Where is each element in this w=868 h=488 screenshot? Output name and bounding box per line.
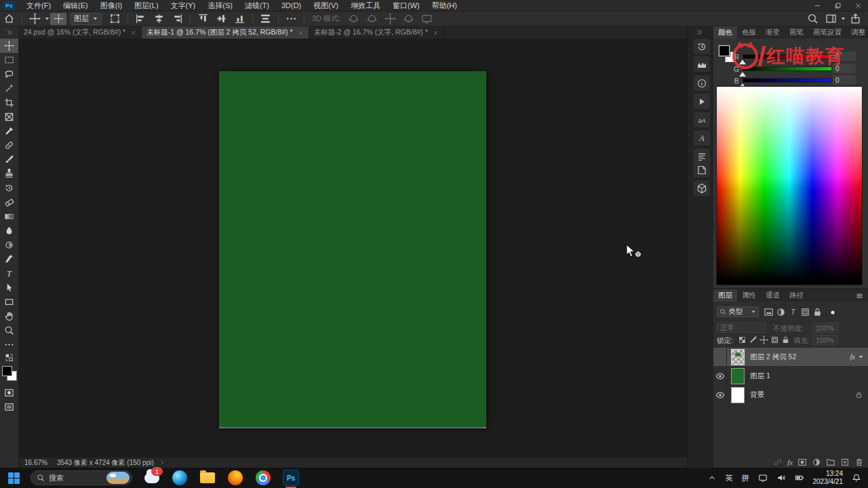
- align-center-h-icon[interactable]: [153, 13, 165, 24]
- red-value-field[interactable]: 0: [833, 52, 856, 61]
- blur-tool[interactable]: [0, 224, 18, 238]
- workspace-icon[interactable]: [825, 13, 837, 24]
- menu-help[interactable]: 帮助(H): [426, 1, 463, 11]
- visibility-toggle[interactable]: [713, 386, 727, 404]
- layer-row-selected[interactable]: 图层 2 拷贝 52 fx: [713, 348, 868, 366]
- hand-tool[interactable]: [0, 309, 18, 323]
- 3d-orbit-icon[interactable]: [348, 13, 359, 24]
- close-button[interactable]: [848, 0, 868, 12]
- tab-paths[interactable]: 路径: [785, 289, 808, 302]
- 3d-roll-icon[interactable]: [366, 13, 378, 24]
- delete-layer-icon[interactable]: [854, 458, 864, 467]
- quick-mask-button[interactable]: [0, 386, 18, 400]
- marquee-tool[interactable]: [0, 53, 18, 67]
- panel-info-button[interactable]: [694, 75, 710, 91]
- object-selection-tool[interactable]: [0, 81, 18, 96]
- visibility-toggle[interactable]: [713, 367, 727, 385]
- panel-3d-button[interactable]: [694, 180, 710, 196]
- brush-tool[interactable]: [0, 152, 18, 167]
- layer-name[interactable]: 图层 1: [750, 371, 770, 381]
- chevron-down-icon[interactable]: [44, 16, 50, 22]
- tab-swatches[interactable]: 色板: [737, 26, 761, 39]
- start-button[interactable]: [8, 472, 20, 484]
- edit-toolbar-button[interactable]: [0, 338, 18, 352]
- chevron-down-icon[interactable]: [840, 16, 846, 22]
- document-tab[interactable]: 24.psd @ 16% (文字, RGB/8#) *: [19, 26, 142, 39]
- filter-adjustment-layers-icon[interactable]: [776, 307, 786, 317]
- taskbar-chrome[interactable]: [255, 470, 271, 486]
- move-tool[interactable]: [0, 39, 18, 53]
- show-transform-controls-icon[interactable]: [109, 13, 121, 24]
- green-slider-thumb[interactable]: [739, 72, 746, 77]
- close-tab-icon[interactable]: [298, 30, 304, 36]
- layer-thumbnail[interactable]: [731, 387, 745, 403]
- panel-menu-icon[interactable]: [855, 291, 864, 300]
- healing-brush-tool[interactable]: [0, 138, 18, 152]
- document-tab-active[interactable]: 未标题-1 @ 16.7% (图层 2 拷贝 52, RGB/8#) *: [142, 26, 309, 39]
- lock-all-icon[interactable]: [781, 336, 790, 344]
- layer-style-icon[interactable]: fx: [787, 458, 793, 466]
- filter-pixel-layers-icon[interactable]: [764, 307, 774, 317]
- adjustment-layer-icon[interactable]: [812, 458, 821, 467]
- new-group-icon[interactable]: [826, 458, 835, 467]
- home-icon[interactable]: [3, 13, 15, 24]
- visibility-toggle[interactable]: [713, 348, 727, 366]
- history-brush-tool[interactable]: [0, 181, 18, 195]
- auto-select-target-dropdown[interactable]: 图层: [71, 13, 102, 25]
- menu-window[interactable]: 窗口(W): [387, 1, 426, 11]
- eraser-tool[interactable]: [0, 195, 18, 209]
- zoom-level[interactable]: 16.67%: [24, 459, 47, 466]
- menu-type[interactable]: 文字(Y): [165, 1, 202, 11]
- menu-file[interactable]: 文件(F): [20, 1, 57, 11]
- search-highlight-image[interactable]: [106, 472, 130, 484]
- type-tool[interactable]: T: [0, 266, 18, 281]
- panel-history-button[interactable]: [694, 39, 710, 54]
- align-middle-icon[interactable]: [216, 13, 227, 24]
- taskbar-firefox[interactable]: [227, 470, 243, 486]
- close-tab-icon[interactable]: [130, 30, 136, 36]
- align-top-icon[interactable]: [197, 13, 209, 24]
- red-slider-thumb[interactable]: [739, 60, 746, 64]
- clone-stamp-tool[interactable]: [0, 167, 18, 181]
- blend-mode-dropdown[interactable]: 正常: [717, 323, 766, 333]
- panel-libraries-button[interactable]: [694, 162, 710, 178]
- menu-layer[interactable]: 图层(L): [128, 1, 164, 11]
- taskbar-photoshop-active[interactable]: Ps: [283, 470, 299, 486]
- tab-properties[interactable]: 属性: [737, 289, 761, 302]
- screen-mode-button[interactable]: [0, 400, 18, 414]
- menu-select[interactable]: 选择(S): [201, 1, 239, 11]
- pen-tool[interactable]: [0, 252, 18, 266]
- distribute-icon[interactable]: [260, 13, 271, 24]
- red-slider-track[interactable]: [743, 54, 832, 59]
- foreground-background-swatches[interactable]: [1, 365, 18, 382]
- layer-name[interactable]: 图层 2 拷贝 52: [750, 352, 796, 362]
- taskbar-edge[interactable]: [172, 470, 188, 486]
- new-layer-icon[interactable]: [840, 458, 850, 467]
- restore-button[interactable]: [827, 0, 848, 12]
- lock-artboard-icon[interactable]: [770, 336, 779, 344]
- search-icon[interactable]: [807, 13, 818, 24]
- tab-layers[interactable]: 图层: [713, 289, 737, 302]
- layer-name[interactable]: 背景: [750, 390, 764, 400]
- menu-3d[interactable]: 3D(D): [275, 1, 307, 9]
- lock-position-icon[interactable]: [760, 336, 768, 344]
- panel-character-button[interactable]: A: [694, 130, 710, 146]
- share-icon[interactable]: [850, 13, 861, 24]
- taskbar-search[interactable]: 搜索: [31, 470, 132, 485]
- document-canvas[interactable]: [219, 71, 486, 427]
- lock-transparency-icon[interactable]: [738, 336, 747, 344]
- filter-shape-layers-icon[interactable]: [800, 307, 810, 317]
- close-tab-icon[interactable]: [433, 30, 439, 36]
- frame-tool[interactable]: [0, 110, 18, 124]
- green-slider-track[interactable]: [743, 66, 832, 71]
- volume-icon[interactable]: [776, 473, 786, 483]
- fx-expand-icon[interactable]: [858, 354, 864, 360]
- crop-tool[interactable]: [0, 96, 18, 110]
- menu-plugins[interactable]: 增效工具: [344, 1, 387, 11]
- collapse-toolbar-button[interactable]: [0, 26, 18, 39]
- layer-row[interactable]: 图层 1: [713, 367, 868, 385]
- 3d-camera-icon[interactable]: [421, 13, 433, 24]
- ime-mode[interactable]: 拼: [742, 473, 749, 483]
- status-expand-icon[interactable]: [159, 460, 165, 466]
- dodge-tool[interactable]: [0, 238, 18, 252]
